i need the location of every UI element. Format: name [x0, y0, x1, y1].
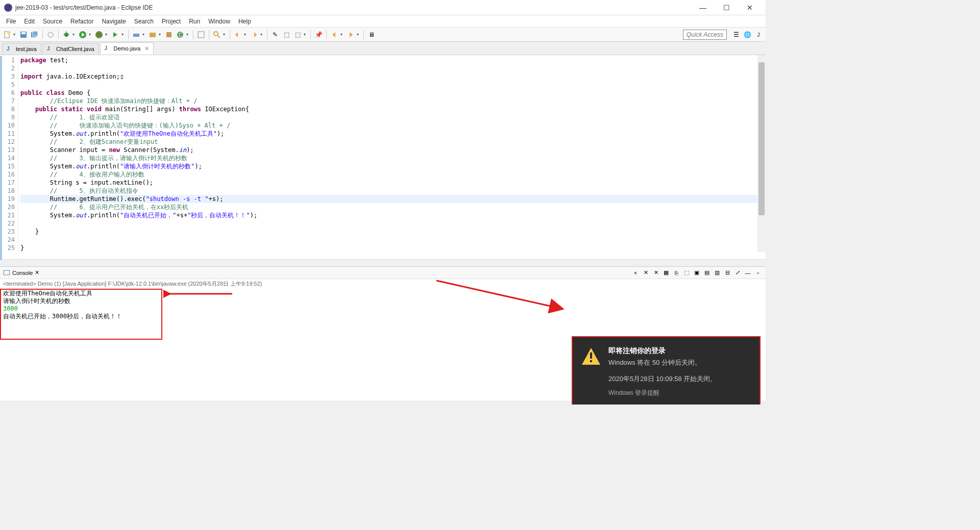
debug-button[interactable]: [61, 30, 71, 40]
pin-button[interactable]: 📌: [313, 30, 324, 40]
dropdown-icon[interactable]: ▾: [357, 32, 361, 37]
console-tool-button[interactable]: ✕: [651, 268, 660, 277]
forward-button[interactable]: [346, 30, 356, 40]
tab-label: ChatClient.java: [56, 46, 94, 52]
tool-btn[interactable]: ⬚: [292, 30, 303, 40]
console-tool-button[interactable]: ⎘: [672, 268, 681, 277]
svg-rect-5: [33, 31, 38, 36]
vertical-scrollbar[interactable]: [757, 55, 766, 252]
new-package-button[interactable]: [164, 30, 174, 40]
tab-demo-java[interactable]: Demo.java ✕: [100, 42, 154, 55]
tool-btn[interactable]: 🖥: [366, 30, 377, 40]
dropdown-icon[interactable]: ▾: [244, 32, 248, 37]
dropdown-icon[interactable]: ▾: [105, 32, 109, 37]
titlebar: jee-2019-03 - test/src/test/Demo.java - …: [0, 0, 766, 15]
minimize-button[interactable]: —: [691, 0, 715, 15]
dropdown-icon[interactable]: ▾: [121, 32, 126, 37]
dropdown-icon[interactable]: ▾: [13, 32, 17, 37]
console-icon: [3, 269, 10, 276]
svg-rect-35: [590, 352, 592, 359]
tool-btn[interactable]: [45, 30, 56, 40]
menu-search[interactable]: Search: [130, 16, 158, 27]
menu-window[interactable]: Window: [204, 16, 234, 27]
dropdown-icon[interactable]: ▾: [89, 32, 93, 37]
svg-marker-26: [332, 32, 335, 37]
svg-marker-25: [254, 32, 257, 37]
new-project-button[interactable]: [148, 30, 158, 40]
svg-point-7: [64, 33, 68, 37]
run-last-button[interactable]: [110, 30, 120, 40]
dropdown-icon[interactable]: ▾: [72, 32, 77, 37]
tool-btn[interactable]: ⬚: [281, 30, 291, 40]
open-perspective-button[interactable]: ☰: [731, 30, 741, 40]
console-tool-button[interactable]: ⬚: [682, 268, 691, 277]
console-tool-button[interactable]: —: [743, 268, 752, 277]
svg-marker-24: [235, 32, 238, 37]
menu-project[interactable]: Project: [158, 16, 185, 27]
dropdown-icon[interactable]: ▾: [340, 32, 345, 37]
dropdown-icon[interactable]: ▾: [159, 32, 163, 37]
save-all-button[interactable]: [30, 30, 40, 40]
annotation-next-button[interactable]: [249, 30, 259, 40]
close-icon[interactable]: ✕: [35, 269, 39, 276]
menu-edit[interactable]: Edit: [20, 16, 39, 27]
annotation-prev-button[interactable]: [233, 30, 243, 40]
menu-navigate[interactable]: Navigate: [97, 16, 130, 27]
notification-title: 即将注销你的登录: [608, 346, 717, 356]
console-tool-button[interactable]: ▦: [662, 268, 671, 277]
java-perspective-button[interactable]: [753, 30, 764, 40]
console-tool-button[interactable]: ▥: [713, 268, 722, 277]
dropdown-icon[interactable]: ▾: [260, 32, 264, 37]
tab-test-java[interactable]: test.java: [2, 43, 41, 55]
svg-marker-15: [113, 32, 117, 37]
tab-chatclient-java[interactable]: ChatClient.java: [42, 43, 99, 55]
notification-footer: Windows 登录提醒: [608, 389, 717, 397]
close-icon[interactable]: ✕: [144, 45, 149, 52]
java-file-icon: [105, 45, 112, 52]
menu-file[interactable]: File: [2, 16, 20, 27]
horizontal-scrollbar[interactable]: [0, 259, 766, 266]
dropdown-icon[interactable]: ▾: [142, 32, 146, 37]
back-button[interactable]: [329, 30, 339, 40]
code-area[interactable]: package test;import java.io.IOException;…: [18, 55, 766, 259]
java-ee-perspective-button[interactable]: 🌐: [742, 30, 752, 40]
console-tool-button[interactable]: ▫: [753, 268, 763, 277]
new-button[interactable]: [2, 30, 12, 40]
console-tool-button[interactable]: ⊟: [723, 268, 732, 277]
svg-marker-27: [350, 32, 353, 37]
svg-line-23: [217, 35, 220, 38]
run-button[interactable]: [78, 30, 88, 40]
menu-refactor[interactable]: Refactor: [66, 16, 97, 27]
console-tool-button[interactable]: ×: [631, 268, 640, 277]
svg-point-22: [214, 32, 218, 36]
console-process-info: <terminated> Demo (1) [Java Application]…: [0, 279, 766, 289]
console-tool-button[interactable]: ▤: [702, 268, 712, 277]
svg-rect-36: [590, 360, 592, 362]
menubar: File Edit Source Refactor Navigate Searc…: [0, 15, 766, 28]
console-tool-button[interactable]: ✕: [641, 268, 650, 277]
console-header: Console ✕ ×✕✕▦⎘⬚▣▤▥⊟⤢—▫: [0, 267, 766, 279]
console-tool-button[interactable]: ⤢: [733, 268, 742, 277]
svg-point-1: [7, 31, 10, 34]
menu-source[interactable]: Source: [39, 16, 66, 27]
menu-run[interactable]: Run: [185, 16, 204, 27]
menu-help[interactable]: Help: [234, 16, 255, 27]
last-edit-button[interactable]: ✎: [270, 30, 280, 40]
maximize-button[interactable]: ☐: [715, 0, 738, 15]
quick-access-input[interactable]: Quick Access: [683, 30, 727, 40]
dropdown-icon[interactable]: ▾: [304, 32, 308, 37]
coverage-button[interactable]: [94, 30, 104, 40]
open-type-button[interactable]: [196, 30, 206, 40]
close-button[interactable]: ✕: [738, 0, 762, 15]
console-tool-button[interactable]: ▣: [692, 268, 701, 277]
search-button[interactable]: [212, 30, 222, 40]
console-title: Console: [12, 270, 33, 276]
dropdown-icon[interactable]: ▾: [223, 32, 227, 37]
dropdown-icon[interactable]: ▾: [186, 32, 190, 37]
new-class-button[interactable]: C: [175, 30, 185, 40]
window-title: jee-2019-03 - test/src/test/Demo.java - …: [15, 4, 691, 11]
save-button[interactable]: [18, 30, 29, 40]
tab-label: test.java: [16, 46, 37, 52]
code-editor[interactable]: 1235678910111213141516171819202122232425…: [0, 55, 766, 259]
new-server-button[interactable]: [131, 30, 141, 40]
